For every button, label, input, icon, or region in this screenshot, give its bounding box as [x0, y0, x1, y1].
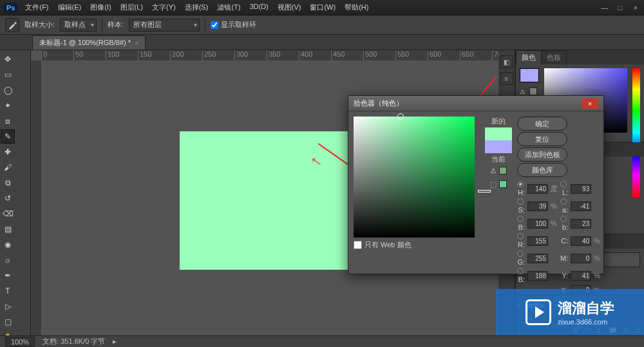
l-input[interactable]	[571, 184, 591, 194]
new-old-swatch	[485, 127, 512, 153]
reset-button[interactable]: 复位	[517, 132, 567, 146]
sample-size-label: 取样大小:	[24, 20, 55, 30]
web-only-checkbox[interactable]: 只有 Web 颜色	[354, 240, 475, 250]
watermark-url: zixue.3d66.com	[558, 318, 614, 326]
ok-button[interactable]: 确定	[517, 117, 567, 131]
move-tool[interactable]: ✥	[1, 52, 15, 66]
blur-tool[interactable]: ◉	[1, 238, 15, 252]
radio-r[interactable]	[517, 233, 524, 239]
pen-tool[interactable]: ✒	[1, 268, 15, 283]
web-only-input[interactable]	[354, 241, 362, 249]
menu-view[interactable]: 视图(V)	[278, 3, 301, 12]
c-input[interactable]	[571, 236, 591, 246]
warn-swatch	[529, 88, 537, 95]
options-bar: 取样大小: 取样点 样本: 所有图层 显示取样环	[0, 15, 644, 35]
close-tab-icon[interactable]: ×	[135, 39, 138, 47]
dodge-tool[interactable]: ☼	[1, 253, 15, 267]
warning-icon[interactable]: ⚠	[490, 167, 497, 175]
eyedropper-tool[interactable]: ✎	[1, 129, 15, 144]
web-only-label: 只有 Web 颜色	[365, 240, 412, 250]
watermark-banner: 溜溜自学 zixue.3d66.com	[496, 289, 644, 335]
marquee-tool[interactable]: ▭	[1, 68, 15, 82]
brush-tool[interactable]: 🖌	[1, 160, 15, 174]
zoom-level[interactable]: 100%	[5, 337, 35, 347]
a-input[interactable]	[571, 202, 591, 211]
color-lib-button[interactable]: 颜色库	[517, 163, 567, 177]
safe-swatch[interactable]	[499, 167, 507, 174]
menu-filter[interactable]: 滤镜(T)	[217, 3, 240, 12]
sample-size-dropdown[interactable]: 取样点	[60, 19, 97, 32]
radio-b[interactable]	[517, 216, 524, 222]
menu-window[interactable]: 窗口(W)	[310, 3, 336, 12]
radio-h[interactable]	[517, 181, 524, 187]
tab-swatches[interactable]: 色板	[541, 50, 567, 64]
menu-edit[interactable]: 编辑(E)	[58, 3, 82, 12]
document-tab-bar: 未标题-1 @ 100%(RGB/8#) * ×	[0, 35, 644, 50]
stamp-tool[interactable]: ⧉	[1, 176, 15, 190]
panel-swatch[interactable]	[520, 68, 539, 82]
close-button[interactable]: ×	[631, 4, 640, 12]
path-tool[interactable]: ▷	[1, 299, 15, 314]
r-input[interactable]	[527, 236, 548, 246]
history-brush-tool[interactable]: ↺	[1, 191, 15, 205]
radio-l[interactable]	[560, 181, 567, 187]
document-tab[interactable]: 未标题-1 @ 100%(RGB/8#) * ×	[32, 35, 146, 50]
radio-g[interactable]	[517, 250, 524, 257]
heal-tool[interactable]: ✚	[1, 145, 15, 159]
show-ring-label: 显示取样环	[221, 20, 256, 30]
b2-input[interactable]	[527, 271, 548, 281]
dialog-titlebar[interactable]: 拾色器（纯色） ×	[348, 96, 603, 111]
picker-cursor[interactable]	[397, 113, 404, 120]
toolbox: ✥ ▭ ◯ ✦ ⧈ ✎ ✚ 🖌 ⧉ ↺ ⌫ ▤ ◉ ☼ ✒ T ▷ ▢ ✋ 🔍	[0, 50, 31, 335]
doc-info: 文档: 351.6K/0 字节	[43, 337, 105, 346]
eraser-tool[interactable]: ⌫	[1, 207, 15, 221]
s-input[interactable]	[527, 202, 548, 211]
radio-bb[interactable]	[560, 216, 567, 222]
bb-input[interactable]	[571, 219, 591, 229]
saturation-box[interactable]	[354, 117, 475, 238]
title-bar: Ps 文件(F) 编辑(E) 图像(I) 图层(L) 文字(Y) 选择(S) 滤…	[0, 0, 644, 15]
menu-type[interactable]: 文字(Y)	[152, 3, 176, 12]
menu-3d[interactable]: 3D(D)	[249, 3, 268, 12]
m-input[interactable]	[571, 254, 591, 263]
hue-thumb[interactable]	[478, 190, 491, 192]
type-tool[interactable]: T	[1, 284, 15, 298]
main-menu: 文件(F) 编辑(E) 图像(I) 图层(L) 文字(Y) 选择(S) 滤镜(T…	[25, 3, 368, 12]
radio-s[interactable]	[517, 198, 524, 205]
current-tool-icon[interactable]	[5, 18, 19, 32]
menu-help[interactable]: 帮助(H)	[345, 3, 368, 12]
show-ring-input[interactable]	[211, 21, 218, 29]
document-tab-title: 未标题-1 @ 100%(RGB/8#) *	[39, 38, 131, 48]
gradient-tool[interactable]: ▤	[1, 222, 15, 236]
old-color-swatch[interactable]	[485, 140, 512, 153]
h-input[interactable]	[527, 184, 548, 194]
menu-image[interactable]: 图像(I)	[90, 3, 111, 12]
maximize-button[interactable]: □	[616, 4, 625, 12]
tab-color[interactable]: 颜色	[516, 50, 542, 64]
dialog-close-button[interactable]: ×	[582, 98, 598, 109]
wand-tool[interactable]: ✦	[1, 98, 15, 113]
g-input[interactable]	[527, 254, 548, 263]
add-swatch-button[interactable]: 添加到色板	[517, 147, 567, 162]
cube-icon[interactable]: ⬚	[490, 180, 497, 189]
bv-input[interactable]	[527, 219, 548, 229]
crop-tool[interactable]: ⧈	[1, 114, 15, 128]
chevron-icon[interactable]: ▸	[113, 337, 117, 346]
menu-file[interactable]: 文件(F)	[25, 3, 48, 12]
color-fields: H:度 L: S:% a: B:% b: R: C:% G: M:% B: Y:…	[517, 181, 600, 295]
y-input[interactable]	[571, 271, 591, 281]
radio-b2[interactable]	[517, 268, 524, 274]
radio-a[interactable]	[560, 198, 567, 205]
panel-icon[interactable]: ◧	[500, 55, 513, 68]
status-bar: 100% 文档: 351.6K/0 字节 ▸	[0, 335, 644, 347]
eyedropper-icon	[7, 20, 17, 30]
panel-icon[interactable]: ≡	[500, 72, 513, 85]
menu-layer[interactable]: 图层(L)	[120, 3, 143, 12]
menu-select[interactable]: 选择(S)	[185, 3, 209, 12]
minimize-button[interactable]: —	[600, 4, 609, 12]
show-ring-checkbox[interactable]: 显示取样环	[211, 20, 256, 30]
lasso-tool[interactable]: ◯	[1, 83, 15, 97]
shape-tool[interactable]: ▢	[1, 315, 15, 329]
sample-layer-dropdown[interactable]: 所有图层	[129, 19, 200, 32]
websafe-swatch[interactable]	[499, 180, 507, 188]
